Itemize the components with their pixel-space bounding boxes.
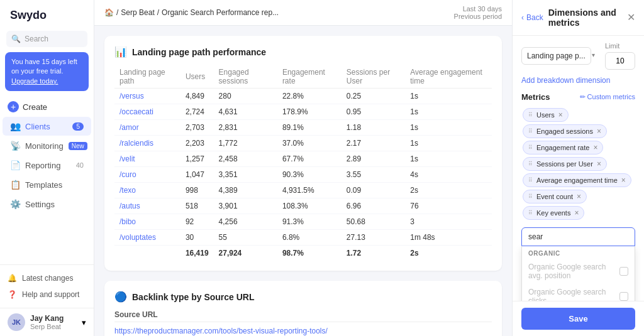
cell-rate: 37.0% [277,136,341,151]
sidebar-item-templates[interactable]: 📋 Templates [3,175,91,194]
cell-rate: 6.8% [277,230,341,246]
panel-title: Dimensions and metrics [548,8,622,28]
cell-spu: 6.96 [341,198,405,214]
metric-label: Engagement rate [536,144,589,151]
limit-label: Limit [605,42,635,50]
limit-input[interactable] [605,52,635,70]
sidebar-item-clients[interactable]: 👥 Clients 5 [3,117,91,136]
monitoring-icon: 📡 [10,141,20,151]
avatar: JK [8,313,25,331]
dropdown-item-label: Organic Google search clicks [528,288,619,301]
chart-icon: 📊 [114,46,127,58]
metric-label: Event count [536,193,573,200]
remove-metric-icon[interactable]: × [574,209,579,217]
breadcrumb-separator2: / [157,8,159,17]
dropdown-checkbox [619,292,628,301]
dropdown-checkbox [619,267,628,276]
landing-page-section: 📊 Landing page path performance Landing … [104,36,502,271]
backlink-url[interactable]: https://theproductmanager.com/tools/best… [114,325,492,336]
col-path: Landing page path [114,65,180,89]
sidebar-item-clients-label: Clients [25,122,50,131]
backlink-icon: 🔵 [114,291,127,303]
col-aet: Average engagement time [405,65,492,89]
total-rate: 98.7% [277,246,341,261]
custom-metrics-link[interactable]: ✏ Custom metrics [580,93,635,101]
backlink-title: 🔵 Backlink type by Source URL [114,291,492,303]
help-support-item[interactable]: ❓ Help and support [0,286,94,303]
metric-label: Users [536,111,555,119]
save-button[interactable]: Save [521,308,635,330]
user-company: Serp Beat [30,323,77,330]
right-panel: ‹ Back Dimensions and metrics ✕ Landing … [512,0,644,336]
dropdown-item: Organic Google search clicks [522,284,635,301]
metrics-search-input[interactable] [521,227,635,246]
remove-metric-icon[interactable]: × [593,143,597,152]
content-area: 📊 Landing page path performance Landing … [94,26,512,336]
breadcrumb-separator: / [116,8,118,17]
metric-tag: ⠿Sessions per User× [523,157,607,171]
cell-users: 30 [180,230,214,246]
table-row: /velit 1,257 2,458 67.7% 2.89 1s [114,151,492,167]
breadcrumb-client: Serp Beat [121,8,154,17]
cell-aet: 1m 48s [405,230,492,246]
remove-metric-icon[interactable]: × [558,111,563,119]
home-icon[interactable]: 🏠 [104,8,114,17]
cell-path: /bibo [114,214,180,230]
cell-engaged: 55 [214,230,277,246]
drag-handle: ⠿ [528,177,533,183]
dropdown-item: Organic Google search avg. position [522,259,635,284]
cell-rate: 108.3% [277,198,341,214]
metrics-tags: ⠿Users×⠿Engaged sessions×⠿Engagement rat… [521,107,635,221]
help-support-label: Help and support [22,290,79,299]
cell-spu: 50.68 [341,214,405,230]
cell-users: 2,703 [180,120,214,136]
cell-spu: 2.89 [341,151,405,167]
remove-metric-icon[interactable]: × [597,127,601,136]
compare-label: Previous period [454,13,502,20]
cell-engaged: 3,901 [214,198,277,214]
cell-spu: 27.13 [341,230,405,246]
sidebar-user[interactable]: JK Jay Kang Serp Beat ▾ [0,308,94,336]
clients-icon: 👥 [10,121,20,131]
remove-metric-icon[interactable]: × [597,160,601,168]
latest-changes-item[interactable]: 🔔 Latest changes [0,270,94,286]
sidebar-item-reporting[interactable]: 📄 Reporting 40 [3,156,91,175]
cell-aet: 1s [405,89,492,104]
sidebar-item-settings[interactable]: ⚙️ Settings [3,195,91,214]
sidebar-item-monitoring[interactable]: 📡 Monitoring New [3,136,91,155]
reporting-icon: 📄 [10,160,20,170]
panel-back-button[interactable]: ‹ Back [521,13,543,22]
remove-metric-icon[interactable]: × [577,192,581,201]
cell-spu: 3.55 [341,167,405,183]
settings-icon: ⚙️ [10,199,20,209]
metric-tag: ⠿Engagement rate× [523,141,603,154]
metric-tag: ⠿Event count× [523,190,587,203]
cell-engaged: 3,351 [214,167,277,183]
sidebar-search[interactable]: 🔍 Search [6,31,87,47]
add-breakdown-link[interactable]: Add breakdown dimension [521,76,635,85]
metric-tag: ⠿Key events× [523,206,584,220]
dimension-select[interactable]: Landing page p... [521,47,591,65]
dropdown-item-label: Organic Google search avg. position [528,263,619,280]
limit-column: Limit [605,42,635,70]
cell-path: /occaecati [114,104,180,120]
cell-rate: 22.8% [277,89,341,104]
cell-rate: 89.1% [277,120,341,136]
close-icon[interactable]: ✕ [627,13,635,23]
table-row: /autus 518 3,901 108.3% 6.96 76 [114,198,492,214]
total-engaged: 27,924 [214,246,277,261]
cell-path: /voluptates [114,230,180,246]
col-users: Users [180,65,214,89]
sidebar-bottom: 🔔 Latest changes ❓ Help and support [0,264,94,308]
reporting-count: 40 [76,161,84,169]
monitoring-new-badge: New [69,142,87,150]
cell-users: 92 [180,214,214,230]
remove-metric-icon[interactable]: × [621,176,626,185]
metric-label: Average engagement time [536,176,618,184]
select-chevron-icon: ▾ [592,51,595,58]
create-button[interactable]: + Create [0,97,94,116]
topbar: 🏠 / Serp Beat / Organic Search Performan… [94,0,512,26]
total-label [114,246,180,261]
cell-engaged: 1,772 [214,136,277,151]
upgrade-link[interactable]: Upgrade today. [11,77,58,85]
